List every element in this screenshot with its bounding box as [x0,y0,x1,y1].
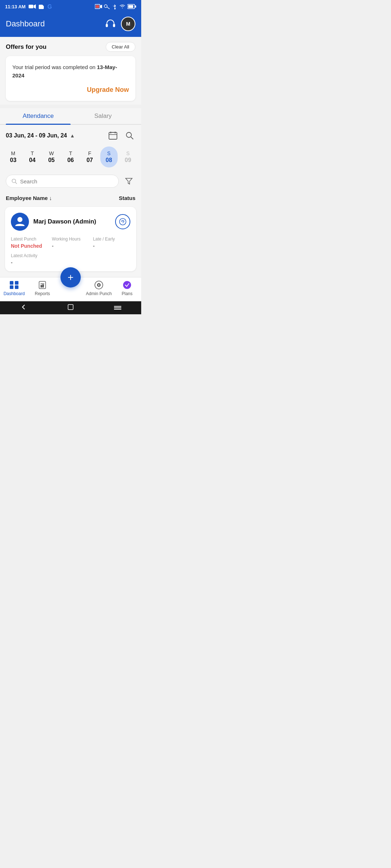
nav-item-dashboard[interactable]: Dashboard [0,280,28,296]
record-icon [95,4,102,9]
table-header: Employee Name ↓ Status [0,192,141,205]
back-button[interactable] [20,303,27,312]
latest-activity-label: Latest Activity [11,253,130,258]
nav-item-admin-punch[interactable]: Admin Punch [85,280,113,296]
svg-point-20 [12,179,16,183]
svg-rect-28 [15,285,18,289]
latest-punch-label: Latest Punch [11,237,48,242]
tab-salary[interactable]: Salary [71,108,135,124]
offer-text: Your trial period was completed on 13-Ma… [12,63,129,80]
svg-point-18 [126,132,131,137]
home-button[interactable] [67,303,74,312]
offers-header: Offers for you Clear All [6,42,135,52]
calendar-icon[interactable] [107,130,119,141]
late-early-col: Late / Early - [93,237,130,249]
status-bar: 11:13 AM G [0,0,141,13]
day-item-sun[interactable]: S 09 [119,146,136,167]
svg-marker-1 [34,4,36,9]
employee-avatar [11,213,29,231]
app-header: Dashboard M [0,13,141,37]
day-num: 04 [29,157,35,163]
day-item-sat[interactable]: S 08 [100,146,118,167]
employee-name-col-header[interactable]: Employee Name ↓ [6,195,52,201]
search-input-wrap [6,175,119,188]
day-num: 05 [48,157,55,163]
svg-point-38 [123,281,131,289]
day-item-wed[interactable]: W 05 [43,146,60,167]
latest-activity-value: - [11,260,130,265]
status-time: 11:13 AM G [5,3,54,10]
time-display: 11:13 AM [5,4,26,9]
nav-label-plans: Plans [122,291,133,296]
date-range-label: 03 Jun, 24 - 09 Jun, 24 [6,132,67,139]
filter-button[interactable] [122,175,135,188]
day-num: 06 [67,157,74,163]
svg-rect-39 [68,305,73,310]
day-letter: F [88,150,92,156]
date-range-row: 03 Jun, 24 - 09 Jun, 24 ▲ [0,125,141,144]
wifi-icon [119,4,126,9]
sim-icon [39,4,45,9]
svg-rect-10 [128,5,133,8]
bluetooth-icon [112,4,117,9]
day-letter: M [11,150,16,156]
bottom-nav: + Dashboard Reports [0,277,141,301]
tab-attendance[interactable]: Attendance [6,108,71,124]
search-input[interactable] [20,178,113,184]
svg-point-24 [119,218,126,225]
search-row [0,173,141,192]
day-num: 07 [87,157,93,163]
fab-button[interactable]: + [60,267,81,288]
day-item-fri[interactable]: F 07 [81,146,98,167]
system-nav [0,301,141,314]
day-letter: S [126,150,130,156]
offers-section: Offers for you Clear All Your trial peri… [0,37,141,105]
svg-point-37 [98,284,100,286]
card-top: Marj Dawson (Admin) [11,213,130,231]
svg-line-19 [131,137,134,140]
nav-label-admin-punch: Admin Punch [86,291,112,296]
svg-rect-11 [135,5,136,8]
svg-rect-25 [10,281,13,285]
day-item-mon[interactable]: M 03 [4,146,22,167]
svg-rect-33 [41,285,42,288]
svg-point-6 [104,5,107,8]
upgrade-now-button[interactable]: Upgrade Now [87,86,129,94]
dashboard-icon [9,280,19,290]
day-item-thu[interactable]: T 06 [62,146,79,167]
fingerprint-button[interactable] [115,214,130,229]
day-letter: W [49,150,54,156]
admin-punch-icon [94,280,104,290]
reports-icon [38,280,47,290]
employee-card: Marj Dawson (Admin) Latest Punch Not Pun… [5,207,136,271]
nav-label-dashboard: Dashboard [4,291,25,296]
avatar[interactable]: M [121,17,135,31]
key-icon [104,4,110,9]
employee-name: Marj Dawson (Admin) [33,218,96,225]
day-item-tue[interactable]: T 04 [24,146,41,167]
headset-icon[interactable] [104,18,117,30]
latest-activity-section: Latest Activity - [11,253,130,265]
day-letter: T [31,150,34,156]
video-icon [29,4,36,9]
nav-item-plans[interactable]: Plans [113,280,141,296]
svg-rect-12 [106,24,108,27]
svg-line-21 [15,182,17,184]
card-details: Latest Punch Not Punched Working Hours -… [11,237,130,249]
svg-marker-22 [126,178,132,184]
svg-rect-34 [42,284,44,288]
search-icon-header[interactable] [124,130,135,141]
svg-marker-5 [100,5,102,8]
working-hours-label: Working Hours [52,237,89,242]
battery-icon [127,4,136,9]
svg-rect-27 [10,285,13,289]
latest-punch-value: Not Punched [11,243,48,249]
upgrade-btn-row: Upgrade Now [12,86,129,94]
nav-item-reports[interactable]: Reports [28,280,56,296]
menu-button[interactable] [114,304,121,312]
working-hours-value: - [52,243,89,249]
clear-all-button[interactable]: Clear All [106,42,135,52]
day-selector: M 03 T 04 W 05 T 06 F 07 S 08 S 09 [0,144,141,173]
tabs-container: Attendance Salary [0,108,141,125]
date-range-text[interactable]: 03 Jun, 24 - 09 Jun, 24 ▲ [6,132,75,139]
